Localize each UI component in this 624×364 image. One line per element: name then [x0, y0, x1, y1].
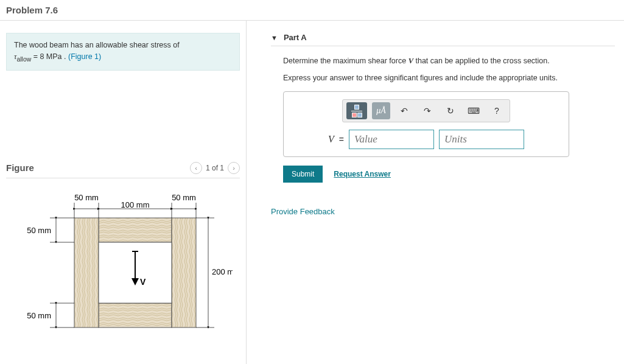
prompt-text: The wood beam has an allowable shear str…: [14, 41, 180, 49]
shear-label: V: [140, 277, 146, 287]
request-answer-link[interactable]: Request Answer: [334, 170, 391, 178]
value-input[interactable]: [349, 130, 434, 149]
instruction-line2: Express your answer to three significant…: [283, 72, 615, 84]
dim-top-mid: 100 mm: [121, 200, 150, 209]
reset-button[interactable]: ↻: [441, 102, 460, 119]
caret-down-icon: ▼: [271, 34, 278, 41]
dim-top-right: 50 mm: [172, 193, 196, 202]
right-column: ▼ Part A Determine the maximum shear for…: [247, 21, 624, 364]
dim-right-total: 200 mm: [212, 267, 233, 276]
problem-statement: The wood beam has an allowable shear str…: [6, 33, 240, 71]
tau-subscript: allow: [16, 55, 31, 62]
submit-button[interactable]: Submit: [283, 166, 323, 183]
instr-var: V: [408, 57, 413, 65]
units-button[interactable]: μÅ: [372, 102, 390, 119]
pager-text: 1 of 1: [206, 164, 224, 172]
figure-link[interactable]: (Figure 1): [68, 52, 101, 61]
svg-rect-2: [99, 218, 172, 242]
instruction-line1: Determine the maximum shear force V that…: [283, 55, 615, 67]
pager-prev-button[interactable]: ‹: [190, 162, 202, 174]
prompt-period: .: [62, 52, 68, 61]
left-column: The wood beam has an allowable shear str…: [0, 21, 247, 364]
svg-rect-5: [172, 218, 196, 327]
prompt-eq: = 8 MPa: [31, 52, 61, 61]
equals-sign: =: [339, 135, 344, 144]
dim-left-lower: 50 mm: [27, 311, 51, 320]
instr-prefix: Determine the maximum shear force: [283, 57, 408, 65]
dim-top-left: 50 mm: [74, 193, 99, 202]
instr-suffix: that can be applied to the cross section…: [413, 57, 550, 65]
undo-button[interactable]: ↶: [395, 102, 413, 119]
keyboard-button[interactable]: ⌨: [464, 102, 483, 119]
button-row: Submit Request Answer: [283, 166, 615, 183]
answer-var-label: V: [328, 134, 334, 145]
part-header[interactable]: ▼ Part A: [271, 33, 615, 46]
figure-title: Figure: [6, 163, 34, 173]
input-row: V =: [291, 130, 561, 149]
answer-box: μÅ ↶ ↷ ↻ ⌨ ? V =: [283, 91, 569, 157]
templates-button[interactable]: [346, 102, 367, 119]
part-label: Part A: [284, 33, 307, 42]
answer-toolbar: μÅ ↶ ↷ ↻ ⌨ ?: [342, 99, 510, 122]
problem-title: Problem 7.6: [6, 5, 618, 15]
provide-feedback-link[interactable]: Provide Feedback: [271, 207, 615, 216]
svg-rect-3: [99, 303, 172, 327]
figure-diagram: 50 mm 100 mm 50 mm 50 mm: [13, 191, 233, 331]
figure-pager: ‹ 1 of 1 ›: [190, 162, 240, 174]
figure-header: Figure ‹ 1 of 1 ›: [6, 162, 240, 178]
help-button[interactable]: ?: [488, 102, 506, 119]
redo-button[interactable]: ↷: [418, 102, 436, 119]
units-input[interactable]: [439, 130, 524, 149]
problem-header: Problem 7.6: [0, 0, 624, 21]
dim-left-upper: 50 mm: [27, 226, 51, 235]
svg-rect-4: [74, 218, 99, 327]
pager-next-button[interactable]: ›: [228, 162, 240, 174]
